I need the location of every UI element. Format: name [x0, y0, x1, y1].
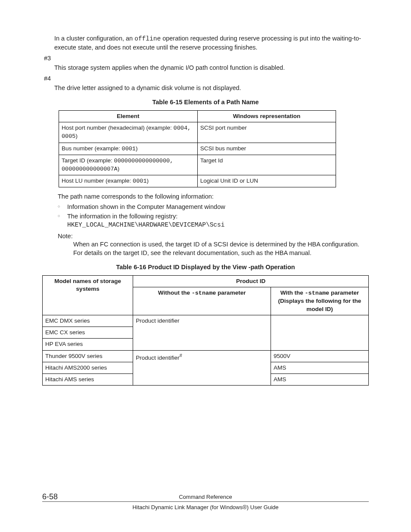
- bullet-list: Information shown in the Computer Manage…: [58, 203, 369, 230]
- note-label: Note:: [58, 232, 369, 241]
- table16-title: Table 6-16 Product ID Displayed by the V…: [42, 263, 369, 272]
- table16-h-model: Model names of storage systems: [43, 275, 133, 315]
- footer-section: Command Reference: [179, 494, 232, 500]
- table-row: Host LU number (example: 0001) Logical U…: [59, 175, 336, 187]
- list-item: Information shown in the Computer Manage…: [58, 203, 369, 212]
- page-number: 6-58: [42, 492, 58, 502]
- table16-h-pid: Product ID: [133, 275, 369, 287]
- registry-path: HKEY_LOCAL_MACHINE\HARDWARE\DEVICEMAP\Sc…: [67, 221, 224, 228]
- table16: Model names of storage systems Product I…: [42, 275, 369, 386]
- table15-h2: Windows representation: [197, 110, 336, 122]
- table15: Element Windows representation Host port…: [59, 110, 336, 188]
- table16-h-without: Without the -stname parameter: [133, 287, 271, 315]
- table16-h-with: With the -stname parameter (Displays the…: [271, 287, 368, 315]
- table-row: Host port number (hexadecimal) (example:…: [59, 122, 336, 143]
- table-row: EMC DMX series Product identifier: [43, 315, 369, 327]
- para-pathname: The path name corresponds to the followi…: [58, 193, 369, 201]
- hash4-text: The drive letter assigned to a dynamic d…: [54, 84, 369, 93]
- table-row: Thunder 9500V series Product identifier#…: [43, 350, 369, 362]
- footer-doc: Hitachi Dynamic Link Manager (for Window…: [132, 504, 278, 510]
- table-row: Bus number (example: 0001) SCSI bus numb…: [59, 143, 336, 155]
- para-cluster: In a cluster configuration, an offline o…: [54, 34, 369, 52]
- note-text: When an FC connection is used, the targe…: [73, 240, 369, 257]
- list-item: The information in the following registr…: [58, 212, 369, 230]
- hash3-label: #3: [44, 54, 369, 63]
- hash4-label: #4: [44, 75, 369, 83]
- para-cluster-a: In a cluster configuration, an: [54, 35, 134, 42]
- hash3-text: This storage system applies when the dyn…: [54, 64, 369, 72]
- table15-h1: Element: [59, 110, 198, 122]
- table-row: Target ID (example: 0000000000000000, 00…: [59, 155, 336, 175]
- para-cluster-code: offline: [134, 35, 161, 42]
- page-footer: 6-58 Command Reference Hitachi Dynamic L…: [42, 493, 369, 511]
- table15-title: Table 6-15 Elements of a Path Name: [42, 98, 369, 107]
